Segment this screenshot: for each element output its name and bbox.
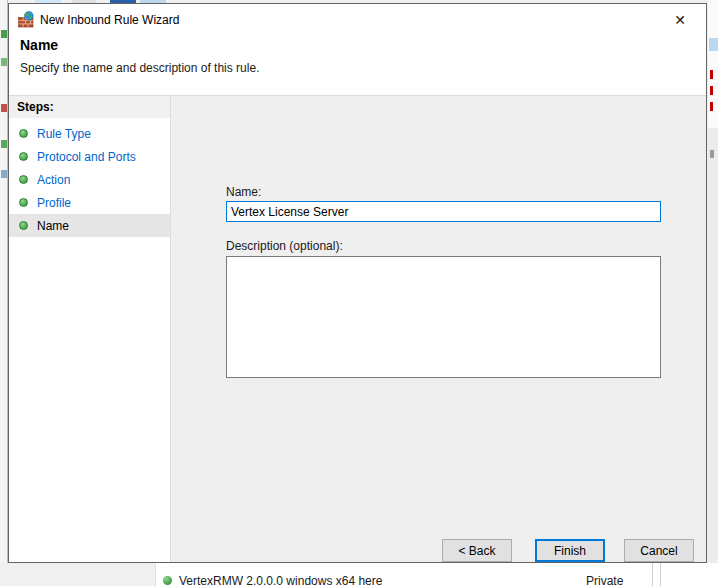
content-panel: Name: Description (optional): < Back Fin… bbox=[171, 96, 706, 562]
background-text-fragment bbox=[710, 150, 714, 158]
step-item-rule-type[interactable]: Rule Type bbox=[9, 122, 170, 145]
step-bullet-icon bbox=[19, 129, 28, 138]
background-icon-fragment bbox=[1, 140, 7, 148]
background-tree-sliver bbox=[0, 563, 156, 586]
firewall-icon bbox=[18, 11, 35, 28]
steps-list: Rule Type Protocol and Ports Action Prof… bbox=[9, 122, 170, 237]
step-label: Name bbox=[37, 219, 69, 233]
step-item-profile[interactable]: Profile bbox=[9, 191, 170, 214]
close-icon: ✕ bbox=[674, 12, 686, 28]
screen: VertexRMW 2.0.0.0 windows x64 here Priva… bbox=[0, 0, 718, 586]
step-label: Profile bbox=[37, 196, 71, 210]
background-rule-profile-cell: Private bbox=[586, 574, 623, 586]
background-text-fragment bbox=[710, 86, 713, 95]
step-bullet-icon bbox=[19, 221, 28, 230]
rule-description-textarea[interactable] bbox=[226, 256, 661, 378]
background-icon-fragment bbox=[1, 170, 7, 178]
titlebar[interactable]: New Inbound Rule Wizard ✕ bbox=[9, 4, 706, 35]
background-window-left-sliver bbox=[0, 0, 8, 563]
background-text-fragment bbox=[710, 102, 713, 111]
page-title: Name bbox=[20, 37, 58, 53]
column-divider bbox=[652, 563, 653, 586]
back-button[interactable]: < Back bbox=[442, 539, 512, 562]
rule-enabled-icon bbox=[163, 576, 172, 585]
step-item-action[interactable]: Action bbox=[9, 168, 170, 191]
window-title: New Inbound Rule Wizard bbox=[40, 13, 179, 27]
name-field-label: Name: bbox=[226, 185, 261, 199]
description-field-label: Description (optional): bbox=[226, 239, 343, 253]
cancel-button[interactable]: Cancel bbox=[624, 539, 694, 562]
step-bullet-icon bbox=[19, 152, 28, 161]
step-bullet-icon bbox=[19, 175, 28, 184]
background-icon-fragment bbox=[1, 30, 7, 38]
step-label: Protocol and Ports bbox=[37, 150, 136, 164]
finish-button[interactable]: Finish bbox=[535, 539, 605, 562]
close-button[interactable]: ✕ bbox=[664, 7, 696, 33]
background-icon-fragment bbox=[1, 104, 7, 112]
new-inbound-rule-wizard-dialog: New Inbound Rule Wizard ✕ Name Specify t… bbox=[8, 3, 707, 563]
steps-heading: Steps: bbox=[9, 96, 170, 119]
background-text-fragment bbox=[710, 70, 713, 79]
step-item-name[interactable]: Name bbox=[9, 214, 170, 237]
step-label: Action bbox=[37, 173, 70, 187]
page-subtitle: Specify the name and description of this… bbox=[20, 61, 259, 75]
background-selection-fragment bbox=[709, 38, 718, 51]
rule-name-input[interactable] bbox=[226, 201, 661, 222]
background-icon-fragment bbox=[1, 58, 7, 66]
wizard-header: Name Specify the name and description of… bbox=[9, 35, 706, 96]
background-rule-row-text: VertexRMW 2.0.0.0 windows x64 here bbox=[179, 574, 382, 586]
step-bullet-icon bbox=[19, 198, 28, 207]
step-label: Rule Type bbox=[37, 127, 91, 141]
column-divider bbox=[660, 563, 661, 586]
steps-panel: Steps: Rule Type Protocol and Ports Acti… bbox=[9, 96, 171, 562]
step-item-protocol-and-ports[interactable]: Protocol and Ports bbox=[9, 145, 170, 168]
